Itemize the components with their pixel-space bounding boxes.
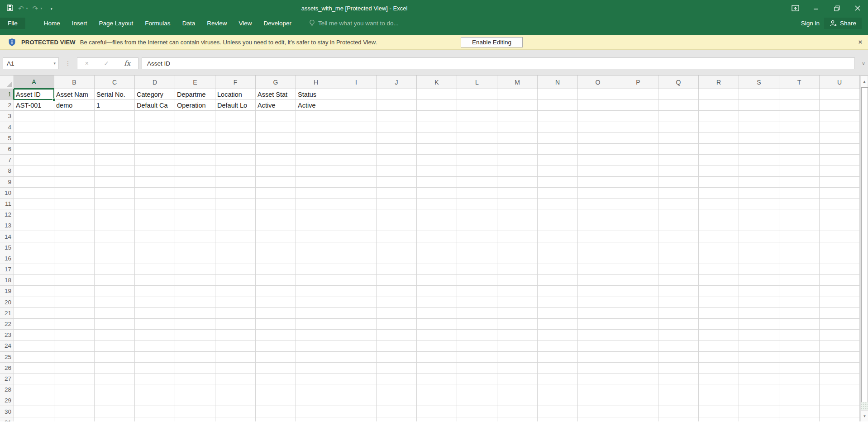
message-bar-close-icon[interactable]: × [856, 38, 864, 46]
cell-F13[interactable] [215, 220, 256, 231]
cell-J10[interactable] [377, 188, 417, 199]
column-header-K[interactable]: K [417, 76, 457, 89]
cell-Q16[interactable] [658, 253, 699, 264]
cell-H22[interactable] [296, 319, 336, 330]
column-header-R[interactable]: R [699, 76, 739, 89]
cell-H8[interactable] [296, 165, 336, 176]
cell-Q11[interactable] [658, 199, 699, 209]
cell-L13[interactable] [457, 220, 497, 231]
cell-O14[interactable] [578, 231, 618, 242]
cell-Q27[interactable] [658, 374, 699, 384]
cell-B21[interactable] [54, 308, 95, 319]
cell-S23[interactable] [739, 330, 779, 340]
cell-S4[interactable] [739, 122, 779, 133]
cell-A7[interactable] [14, 155, 54, 165]
cell-K2[interactable] [417, 100, 457, 111]
cell-P26[interactable] [618, 363, 658, 374]
cell-F31[interactable] [215, 417, 256, 421]
cell-G19[interactable] [256, 286, 296, 297]
cell-B1[interactable]: Asset Nam [54, 89, 95, 100]
cell-K3[interactable] [417, 111, 457, 122]
cell-A17[interactable] [14, 264, 54, 275]
cell-R13[interactable] [699, 220, 739, 231]
cell-G5[interactable] [256, 133, 296, 144]
cell-F19[interactable] [215, 286, 256, 297]
row-header-14[interactable]: 14 [0, 231, 14, 242]
cell-H12[interactable] [296, 209, 336, 220]
cell-F16[interactable] [215, 253, 256, 264]
cell-L26[interactable] [457, 363, 497, 374]
cell-K31[interactable] [417, 417, 457, 421]
cell-G9[interactable] [256, 177, 296, 188]
cell-E20[interactable] [175, 297, 215, 308]
cell-R11[interactable] [699, 199, 739, 209]
fill-handle[interactable] [52, 98, 56, 101]
cell-G15[interactable] [256, 242, 296, 253]
cell-S25[interactable] [739, 352, 779, 363]
cell-E14[interactable] [175, 231, 215, 242]
cell-A12[interactable] [14, 209, 54, 220]
row-header-1[interactable]: 1 [0, 89, 14, 100]
undo-icon[interactable]: ↶ [18, 5, 24, 12]
cell-O19[interactable] [578, 286, 618, 297]
cell-B12[interactable] [54, 209, 95, 220]
cell-O2[interactable] [578, 100, 618, 111]
cell-G16[interactable] [256, 253, 296, 264]
cell-Q30[interactable] [658, 406, 699, 417]
cell-T5[interactable] [779, 133, 820, 144]
row-header-11[interactable]: 11 [0, 199, 14, 209]
cell-S17[interactable] [739, 264, 779, 275]
cell-I30[interactable] [336, 406, 377, 417]
cell-P8[interactable] [618, 165, 658, 176]
cell-T4[interactable] [779, 122, 820, 133]
row-header-17[interactable]: 17 [0, 264, 14, 275]
cell-L27[interactable] [457, 374, 497, 384]
cell-S2[interactable] [739, 100, 779, 111]
cell-F15[interactable] [215, 242, 256, 253]
cell-N11[interactable] [538, 199, 578, 209]
cell-G3[interactable] [256, 111, 296, 122]
cell-B22[interactable] [54, 319, 95, 330]
cell-T7[interactable] [779, 155, 820, 165]
cell-S16[interactable] [739, 253, 779, 264]
cell-C12[interactable] [95, 209, 135, 220]
cell-R14[interactable] [699, 231, 739, 242]
cell-P21[interactable] [618, 308, 658, 319]
cell-L15[interactable] [457, 242, 497, 253]
cell-M28[interactable] [497, 384, 538, 395]
cell-E29[interactable] [175, 395, 215, 406]
cell-H11[interactable] [296, 199, 336, 209]
cell-T29[interactable] [779, 395, 820, 406]
cell-P2[interactable] [618, 100, 658, 111]
cell-D14[interactable] [135, 231, 175, 242]
cell-R16[interactable] [699, 253, 739, 264]
cell-P7[interactable] [618, 155, 658, 165]
cell-M20[interactable] [497, 297, 538, 308]
cell-I22[interactable] [336, 319, 377, 330]
cell-T20[interactable] [779, 297, 820, 308]
row-header-25[interactable]: 25 [0, 352, 14, 363]
cell-Q21[interactable] [658, 308, 699, 319]
cell-A23[interactable] [14, 330, 54, 340]
cell-B4[interactable] [54, 122, 95, 133]
cell-Q2[interactable] [658, 100, 699, 111]
cell-I15[interactable] [336, 242, 377, 253]
row-header-24[interactable]: 24 [0, 340, 14, 351]
column-header-E[interactable]: E [175, 76, 215, 89]
cell-I5[interactable] [336, 133, 377, 144]
cell-D21[interactable] [135, 308, 175, 319]
cell-I12[interactable] [336, 209, 377, 220]
cell-J8[interactable] [377, 165, 417, 176]
cell-N7[interactable] [538, 155, 578, 165]
cell-J6[interactable] [377, 144, 417, 155]
cell-K7[interactable] [417, 155, 457, 165]
cell-U21[interactable] [820, 308, 860, 319]
cell-C6[interactable] [95, 144, 135, 155]
cell-C29[interactable] [95, 395, 135, 406]
cell-H1[interactable]: Status [296, 89, 336, 100]
ribbon-display-options-icon[interactable] [785, 0, 806, 16]
cell-U23[interactable] [820, 330, 860, 340]
cell-Q18[interactable] [658, 275, 699, 286]
cell-U11[interactable] [820, 199, 860, 209]
cell-O8[interactable] [578, 165, 618, 176]
